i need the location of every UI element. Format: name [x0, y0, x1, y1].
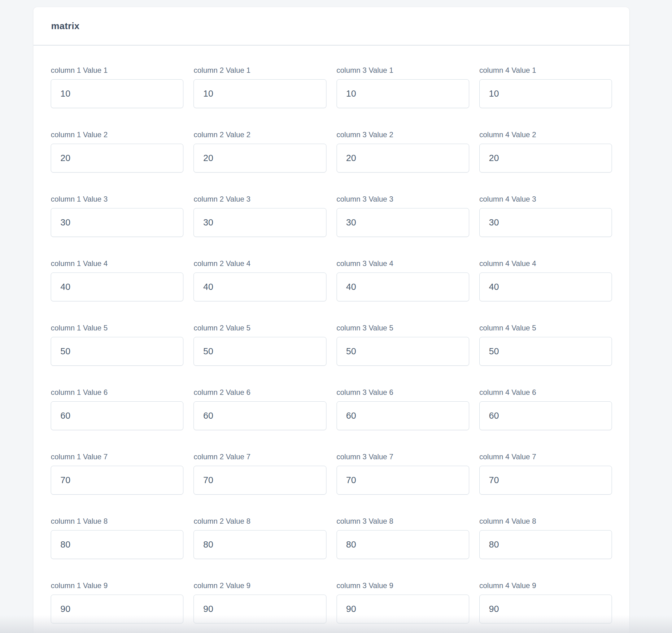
- field-input[interactable]: [479, 272, 612, 301]
- field-input[interactable]: [51, 594, 183, 624]
- field-input[interactable]: [51, 466, 183, 494]
- field-input[interactable]: [194, 272, 326, 301]
- matrix-field: column 4 Value 8: [479, 517, 612, 559]
- field-label: column 4 Value 2: [479, 130, 612, 139]
- matrix-field: column 1 Value 4: [51, 259, 183, 301]
- field-input[interactable]: [479, 594, 612, 624]
- field-label: column 3 Value 1: [337, 66, 469, 75]
- card-header: matrix: [33, 7, 629, 46]
- field-label: column 2 Value 3: [194, 195, 326, 203]
- matrix-field: column 4 Value 3: [479, 195, 612, 237]
- matrix-field: column 2 Value 1: [194, 66, 326, 108]
- field-input[interactable]: [51, 401, 183, 430]
- field-input[interactable]: [51, 144, 183, 172]
- field-label: column 1 Value 9: [51, 581, 183, 590]
- matrix-field: column 2 Value 7: [194, 453, 326, 494]
- field-input[interactable]: [194, 79, 326, 108]
- matrix-field: column 2 Value 2: [194, 130, 326, 172]
- field-input[interactable]: [194, 208, 326, 237]
- field-input[interactable]: [51, 79, 183, 108]
- matrix-field: column 2 Value 9: [194, 581, 326, 624]
- field-input[interactable]: [479, 530, 612, 559]
- field-input[interactable]: [479, 208, 612, 237]
- field-label: column 4 Value 9: [479, 581, 612, 590]
- field-input[interactable]: [337, 272, 469, 301]
- field-label: column 2 Value 7: [194, 453, 326, 461]
- field-label: column 4 Value 7: [479, 453, 612, 461]
- matrix-field: column 4 Value 5: [479, 324, 612, 366]
- field-input[interactable]: [194, 401, 326, 430]
- field-label: column 2 Value 5: [194, 324, 326, 332]
- field-input[interactable]: [51, 530, 183, 559]
- field-input[interactable]: [479, 401, 612, 430]
- field-label: column 1 Value 4: [51, 259, 183, 268]
- matrix-field: column 3 Value 6: [337, 388, 469, 430]
- field-label: column 4 Value 3: [479, 195, 612, 203]
- field-label: column 2 Value 8: [194, 517, 326, 526]
- field-label: column 4 Value 4: [479, 259, 612, 268]
- field-input[interactable]: [337, 401, 469, 430]
- field-label: column 3 Value 7: [337, 453, 469, 461]
- field-label: column 1 Value 2: [51, 130, 183, 139]
- matrix-field: column 3 Value 8: [337, 517, 469, 559]
- field-input[interactable]: [479, 337, 612, 366]
- matrix-field: column 2 Value 5: [194, 324, 326, 366]
- field-input[interactable]: [194, 530, 326, 559]
- matrix-field: column 2 Value 3: [194, 195, 326, 237]
- matrix-field: column 4 Value 4: [479, 259, 612, 301]
- field-input[interactable]: [337, 337, 469, 366]
- matrix-field: column 2 Value 8: [194, 517, 326, 559]
- field-label: column 4 Value 8: [479, 517, 612, 526]
- matrix-field: column 3 Value 1: [337, 66, 469, 108]
- field-input[interactable]: [194, 466, 326, 494]
- field-label: column 3 Value 5: [337, 324, 469, 332]
- matrix-field: column 4 Value 7: [479, 453, 612, 494]
- field-label: column 1 Value 8: [51, 517, 183, 526]
- field-input[interactable]: [51, 272, 183, 301]
- field-label: column 1 Value 1: [51, 66, 183, 75]
- matrix-field: column 3 Value 5: [337, 324, 469, 366]
- field-label: column 1 Value 3: [51, 195, 183, 203]
- field-input[interactable]: [51, 208, 183, 237]
- matrix-field: column 3 Value 9: [337, 581, 469, 624]
- field-input[interactable]: [479, 79, 612, 108]
- card-body: column 1 Value 1 column 2 Value 1 column…: [33, 46, 629, 633]
- field-label: column 3 Value 6: [337, 388, 469, 397]
- matrix-card: matrix column 1 Value 1 column 2 Value 1…: [33, 7, 629, 633]
- matrix-field: column 1 Value 5: [51, 324, 183, 366]
- field-input[interactable]: [337, 530, 469, 559]
- matrix-field: column 4 Value 9: [479, 581, 612, 624]
- field-label: column 3 Value 2: [337, 130, 469, 139]
- field-label: column 2 Value 1: [194, 66, 326, 75]
- field-label: column 2 Value 4: [194, 259, 326, 268]
- matrix-field: column 3 Value 3: [337, 195, 469, 237]
- field-input[interactable]: [337, 208, 469, 237]
- field-label: column 1 Value 6: [51, 388, 183, 397]
- field-input[interactable]: [194, 594, 326, 624]
- field-input[interactable]: [194, 337, 326, 366]
- field-label: column 4 Value 5: [479, 324, 612, 332]
- matrix-field: column 4 Value 2: [479, 130, 612, 172]
- field-input[interactable]: [337, 144, 469, 172]
- field-label: column 4 Value 6: [479, 388, 612, 397]
- card-title: matrix: [51, 21, 79, 31]
- field-label: column 1 Value 7: [51, 453, 183, 461]
- matrix-field: column 1 Value 2: [51, 130, 183, 172]
- field-input[interactable]: [337, 79, 469, 108]
- field-input[interactable]: [194, 144, 326, 172]
- field-input[interactable]: [51, 337, 183, 366]
- field-label: column 1 Value 5: [51, 324, 183, 332]
- matrix-field: column 1 Value 8: [51, 517, 183, 559]
- field-label: column 3 Value 9: [337, 581, 469, 590]
- matrix-field: column 1 Value 6: [51, 388, 183, 430]
- matrix-field: column 3 Value 2: [337, 130, 469, 172]
- matrix-field: column 1 Value 1: [51, 66, 183, 108]
- field-input[interactable]: [337, 594, 469, 624]
- field-input[interactable]: [337, 466, 469, 494]
- matrix-field: column 1 Value 9: [51, 581, 183, 624]
- matrix-field: column 4 Value 6: [479, 388, 612, 430]
- field-label: column 3 Value 8: [337, 517, 469, 526]
- field-input[interactable]: [479, 466, 612, 494]
- field-input[interactable]: [479, 144, 612, 172]
- matrix-field: column 2 Value 4: [194, 259, 326, 301]
